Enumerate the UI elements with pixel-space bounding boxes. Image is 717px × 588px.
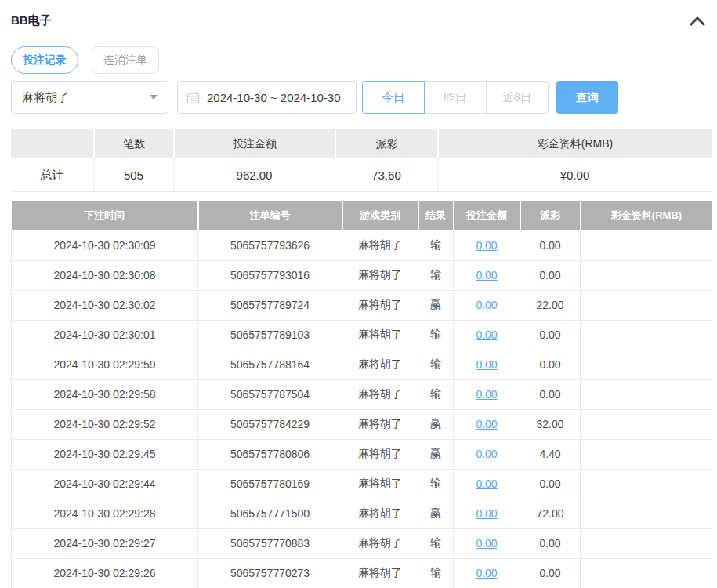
date-range-picker[interactable]: 2024-10-30 ~ 2024-10-30 [177,81,357,114]
payout-cell: 0.00 [520,230,581,260]
result-cell: 输 [418,320,454,350]
tab-cancelled-orders[interactable]: 连消注单 [92,46,159,74]
game-select[interactable]: 麻将胡了 [11,81,168,114]
bet-time-cell: 2024-10-30 02:30:02 [12,290,198,320]
collapse-button[interactable] [688,14,707,27]
table-row: 2024-10-30 02:29:59 5065757788164 麻将胡了 输… [12,350,712,379]
bet-amount-cell: 0.00 [454,499,520,528]
bonus-cell [581,409,712,439]
payout-cell: 4.40 [520,439,581,469]
bet-time-cell: 2024-10-30 02:29:52 [12,409,198,439]
bonus-cell [581,350,712,379]
bet-id-cell: 5065757789724 [198,290,342,320]
bet-time-cell: 2024-10-30 02:29:26 [12,558,198,588]
bet-time-cell: 2024-10-30 02:29:44 [12,469,198,499]
date-range-value: 2024-10-30 ~ 2024-10-30 [207,91,341,104]
result-cell: 输 [418,379,454,409]
bonus-cell [581,439,712,469]
table-row: 2024-10-30 02:29:52 5065757784229 麻将胡了 赢… [12,409,712,439]
summary-header-bet-amount: 投注金额 [173,129,335,158]
table-row: 2024-10-30 02:29:58 5065757787504 麻将胡了 输… [12,379,712,409]
summary-total-bet-amount: 962.00 [173,158,335,192]
summary-total-count: 505 [93,158,173,192]
game-type-cell: 麻将胡了 [342,350,418,379]
bonus-cell [581,320,712,350]
table-row: 2024-10-30 02:30:09 5065757793626 麻将胡了 输… [12,230,712,260]
panel-header: BB电子 [11,13,712,28]
tab-bet-records[interactable]: 投注记录 [11,46,78,74]
result-cell: 输 [418,260,454,290]
payout-cell: 0.00 [520,558,581,588]
table-row: 2024-10-30 02:29:28 5065757771500 麻将胡了 赢… [12,499,712,528]
bet-amount-link[interactable]: 0.00 [476,328,497,341]
today-button[interactable]: 今日 [362,81,425,114]
bet-amount-link[interactable]: 0.00 [476,448,497,460]
bet-amount-link[interactable]: 0.00 [476,388,497,401]
bonus-cell [581,260,712,290]
bet-records-table: 下注时间 注单编号 游戏类别 结果 投注金额 派彩 彩金资料(RMB) 2024… [11,201,712,588]
bet-amount-link[interactable]: 0.00 [476,299,497,311]
payout-cell: 32.00 [520,409,581,439]
bet-time-cell: 2024-10-30 02:29:58 [12,379,198,409]
bet-amount-cell: 0.00 [454,439,520,469]
last-8-days-button[interactable]: 近8日 [486,81,549,114]
bet-amount-cell: 0.00 [454,469,520,499]
bonus-cell [581,230,712,260]
bet-time-cell: 2024-10-30 02:29:28 [12,499,198,528]
summary-total-label: 总计 [11,158,93,192]
yesterday-button[interactable]: 昨日 [424,81,487,114]
header-bet-id: 注单编号 [198,201,342,230]
summary-header-empty [11,129,93,158]
bet-amount-cell: 0.00 [454,528,520,558]
record-tabs: 投注记录 连消注单 [11,46,712,74]
bonus-cell [581,499,712,528]
table-row: 2024-10-30 02:30:08 5065757793016 麻将胡了 输… [12,260,712,290]
bet-records-panel: BB电子 投注记录 连消注单 麻将胡了 [0,0,717,588]
bet-amount-cell: 0.00 [454,558,520,588]
result-cell: 输 [418,469,454,499]
bonus-cell [581,558,712,588]
bet-amount-link[interactable]: 0.00 [476,239,497,252]
bet-id-cell: 5065757770883 [198,528,342,558]
query-button[interactable]: 查询 [556,81,618,114]
game-type-cell: 麻将胡了 [342,558,418,588]
filter-bar: 麻将胡了 2024-10-30 ~ 2024-10-30 今日 昨日 近8日 [11,81,712,114]
payout-cell: 0.00 [520,320,581,350]
bet-amount-link[interactable]: 0.00 [476,567,497,579]
quick-date-group: 今日 昨日 近8日 [362,81,549,114]
payout-cell: 0.00 [520,379,581,409]
bet-id-cell: 5065757789103 [198,320,342,350]
game-type-cell: 麻将胡了 [342,499,418,528]
game-type-cell: 麻将胡了 [342,379,418,409]
game-type-cell: 麻将胡了 [342,290,418,320]
bonus-cell [581,528,712,558]
bet-amount-link[interactable]: 0.00 [476,269,497,281]
payout-cell: 72.00 [520,499,581,528]
result-cell: 赢 [418,439,454,469]
caret-down-icon [150,95,158,100]
bonus-cell [581,469,712,499]
table-row: 2024-10-30 02:30:01 5065757789103 麻将胡了 输… [12,320,712,350]
header-result: 结果 [418,201,454,230]
table-row: 2024-10-30 02:30:02 5065757789724 麻将胡了 赢… [12,290,712,320]
header-bet-time: 下注时间 [12,201,198,230]
bet-amount-link[interactable]: 0.00 [476,477,497,490]
bet-time-cell: 2024-10-30 02:30:01 [12,320,198,350]
bet-amount-link[interactable]: 0.00 [476,358,497,371]
game-select-value: 麻将胡了 [22,90,69,105]
payout-cell: 0.00 [520,260,581,290]
header-bonus: 彩金资料(RMB) [581,201,712,230]
game-type-cell: 麻将胡了 [342,230,418,260]
result-cell: 输 [418,558,454,588]
result-cell: 赢 [418,409,454,439]
bonus-cell [581,379,712,409]
bet-amount-link[interactable]: 0.00 [476,418,497,430]
bet-amount-link[interactable]: 0.00 [476,507,497,520]
bet-amount-link[interactable]: 0.00 [476,537,497,550]
bet-amount-cell: 0.00 [454,230,520,260]
game-type-cell: 麻将胡了 [342,439,418,469]
bonus-cell [581,290,712,320]
header-payout: 派彩 [520,201,581,230]
bet-amount-cell: 0.00 [454,409,520,439]
summary-header-bonus: 彩金资料(RMB) [437,129,712,158]
